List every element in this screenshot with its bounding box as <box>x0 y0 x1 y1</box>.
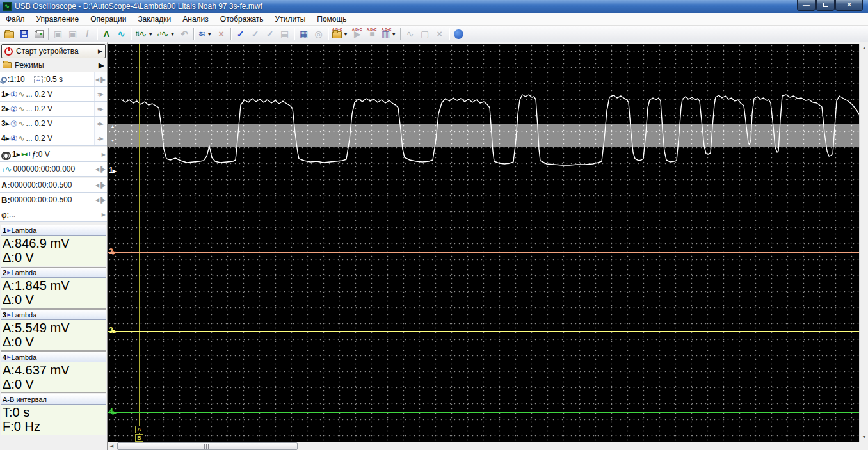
maximize-button-icon[interactable] <box>816 0 835 11</box>
stitch-waves-icon[interactable]: ∿ <box>114 27 129 41</box>
marker-b-row[interactable]: B: 000000:00:00.500 ◀▐▶ <box>0 193 107 207</box>
toolbar: ▣▣/Λ∿⇅∿▼⇄∿▼↶≋▼×✓✓✓▤▦◎A:B+C▼A:B+C▶A:B+C■A… <box>0 26 868 42</box>
impulse-mode-icon[interactable]: Λ <box>99 27 114 41</box>
menu-control[interactable]: Управление <box>31 13 85 25</box>
close-button-icon[interactable]: ✕ <box>835 0 863 11</box>
amplitude-scale-icon[interactable]: ⇅∿▼ <box>133 27 155 41</box>
channel-number: 1 <box>1 90 6 99</box>
chevron-right-icon: ▶ <box>101 212 106 218</box>
interval-f-value: F:0 Hz <box>3 419 104 433</box>
channel-adjust-arrows[interactable]: ≠▶ <box>94 102 106 116</box>
marker-a-flag[interactable]: A <box>135 426 143 433</box>
start-device-button[interactable]: Старт устройства ▶ <box>1 44 106 58</box>
scroll-up-icon[interactable]: ▲ <box>860 44 868 52</box>
channel-4-marker[interactable]: 4▶ <box>109 407 116 416</box>
script-stop-icon: A:B+C■ <box>365 27 380 41</box>
time-cursor-line[interactable] <box>139 44 140 442</box>
modes-button[interactable]: Режимы ▶ <box>0 59 107 72</box>
marker-a-arrows[interactable]: ◀▐▶ <box>95 182 106 188</box>
time-scale-icon[interactable]: ⇄∿▼ <box>155 27 177 41</box>
measure-panel-header[interactable]: 1▶Lambda <box>1 225 106 236</box>
panel-channel: 2 <box>3 269 6 277</box>
horizontal-scrollbar[interactable]: ◀ ▶ <box>108 442 868 450</box>
measure-panel-ch3: 3▶Lambda A:5.549 mV Δ:0 V <box>1 309 106 351</box>
open-file-icon[interactable] <box>2 27 17 41</box>
channel-2-zero-line <box>108 252 859 253</box>
scroll-down-icon[interactable]: ▼ <box>860 433 868 442</box>
trigger-channel: 1 <box>12 150 17 159</box>
measure-panel-header[interactable]: 4▶Lambda <box>1 352 106 362</box>
marker-b-label: B: <box>1 195 10 205</box>
trigger-mode-icon: ▶◀ <box>22 152 26 157</box>
help-icon[interactable] <box>451 27 466 41</box>
panel-arrow-icon: ▶ <box>7 270 10 275</box>
scale-row[interactable]: : 1:10 ↔: 0.5 s ◀▐▶ <box>0 72 107 87</box>
trigger-upper-arrow-icon[interactable]: ▲ <box>109 124 116 129</box>
menu-display[interactable]: Отображать <box>214 13 269 25</box>
measure-panel-header[interactable]: 2▶Lambda <box>1 268 106 278</box>
marker-b-value: 000000:00:00.500 <box>10 195 72 204</box>
copy-graph-icon: ▣ <box>51 27 65 41</box>
panel-arrow-icon: ▶ <box>7 312 10 317</box>
new-doc-icon: ▢ <box>417 27 432 41</box>
script-open-icon[interactable]: A:B+C▼ <box>330 27 350 41</box>
channel-4-zero-line <box>108 412 859 413</box>
menu-bookmarks[interactable]: Закладки <box>132 13 177 25</box>
channel-3-row[interactable]: 3▶ ③ ∿ ... 0.2 V ≠▶ <box>0 117 107 131</box>
channel-2-marker[interactable]: 2▶ <box>109 247 116 256</box>
channel-adjust-arrows[interactable]: ≠▶ <box>94 117 106 131</box>
overlay-waves-icon[interactable]: ≋▼ <box>196 27 214 41</box>
scale-adjust-arrows[interactable]: ◀▐▶ <box>94 72 106 86</box>
channel-1-marker[interactable]: 1▶ <box>109 166 116 175</box>
menu-analysis[interactable]: Анализ <box>177 13 214 25</box>
measure-panel-header[interactable]: 3▶Lambda <box>1 310 106 320</box>
chevron-right-icon: ▶ <box>101 152 106 157</box>
script-panel-icon[interactable]: A:B+C▥▼ <box>380 27 398 41</box>
scrollbar-thumb[interactable] <box>117 442 298 450</box>
print-icon[interactable] <box>31 27 46 41</box>
trigger-lower-arrow-icon[interactable]: ▼ <box>109 138 116 143</box>
menu-utilities[interactable]: Утилиты <box>269 13 312 25</box>
toolbar-separator <box>294 28 294 40</box>
marker-b-flag[interactable]: B <box>135 434 143 442</box>
wave-icon: ∿ <box>19 104 25 113</box>
minimize-button-icon[interactable]: — <box>797 0 816 11</box>
accept-icon[interactable]: ✓ <box>233 27 248 41</box>
channel-number: 4 <box>1 134 6 143</box>
channel-2-row[interactable]: 2▶ ② ∿ ... 0.2 V ≠▶ <box>0 102 107 117</box>
menu-operations[interactable]: Операции <box>84 13 132 25</box>
interval-t-value: T:0 s <box>3 405 104 419</box>
measure-window-icon[interactable]: ▦ <box>296 27 311 41</box>
channel-4-row[interactable]: 4▶ ④ ∿ ... 0.2 V ≠▶ <box>0 131 107 146</box>
channel-adjust-arrows[interactable]: ≠▶ <box>94 131 106 145</box>
vertical-scrollbar[interactable]: ▲ ▼ <box>859 44 868 442</box>
power-icon <box>4 47 13 56</box>
channel-1-row[interactable]: 1▶ ① ∿ ... 0.2 V ≠▶ <box>0 87 107 102</box>
save-file-icon[interactable] <box>17 27 31 41</box>
panel-title: Lambda <box>12 227 37 234</box>
measure-delta-value: Δ:0 V <box>3 377 104 391</box>
scope-display[interactable]: ▲ ▼ A B 1▶2▶3▶4▶ <box>108 44 859 442</box>
menu-file[interactable]: Файл <box>0 13 31 25</box>
phase-row[interactable]: φ: ... ▶ <box>0 207 107 222</box>
marker-b-arrows[interactable]: ◀▐▶ <box>95 197 106 203</box>
menu-bar: Файл Управление Операции Закладки Анализ… <box>0 13 868 26</box>
record-adjust-arrows[interactable]: ◀▐▶ <box>95 166 106 172</box>
measure-a-value: A:4.637 mV <box>3 363 104 377</box>
window-title: USB Oscilloscope - D:\AutoScope-4\Lambda… <box>15 2 262 11</box>
channel-adjust-arrows[interactable]: ≠▶ <box>94 87 106 101</box>
channel-3-marker[interactable]: 3▶ <box>109 326 116 335</box>
menu-help[interactable]: Помощь <box>311 13 352 25</box>
scroll-left-icon[interactable]: ◀ <box>108 442 116 450</box>
interval-panel-header[interactable]: A-B интервал <box>1 394 106 405</box>
trigger-row[interactable]: 1▶ ▶◀ +ƒ:0 V ▶ <box>0 147 107 162</box>
channel-circle-icon: ② <box>10 104 18 114</box>
undo-icon: ↶ <box>177 27 191 41</box>
marker-a-row[interactable]: A: 000000:00:00.500 ◀▐▶ <box>0 178 107 193</box>
channel-circle-icon: ④ <box>10 134 18 143</box>
panel-arrow-icon: ▶ <box>7 355 10 360</box>
marker-a-label: A: <box>1 181 10 190</box>
channel-range: 0.2 V <box>35 134 52 143</box>
record-time-row[interactable]: ₊∿ 000000:00:00.000 ◀▐▶ <box>0 162 107 177</box>
sidebar: Старт устройства ▶ Режимы ▶ : 1:10 ↔: 0.… <box>0 42 108 450</box>
